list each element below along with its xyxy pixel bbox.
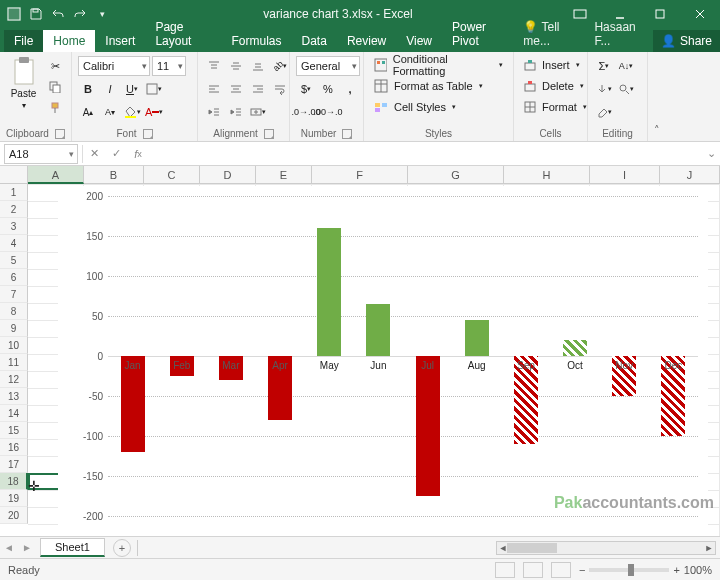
zoom-slider[interactable] (589, 568, 669, 572)
column-header[interactable]: D (200, 166, 256, 184)
row-header[interactable]: 8 (0, 303, 28, 320)
clear-button[interactable]: ▾ (594, 102, 614, 122)
chart-bar[interactable] (563, 340, 587, 356)
format-cells-button[interactable]: Format▾ (520, 98, 591, 116)
format-as-table-button[interactable]: Format as Table▾ (370, 77, 487, 95)
shrink-font-button[interactable]: A▾ (100, 102, 120, 122)
name-box[interactable]: A18 (4, 144, 78, 164)
row-header[interactable]: 7 (0, 286, 28, 303)
find-button[interactable]: ▾ (616, 79, 636, 99)
chart-bar[interactable] (317, 228, 341, 356)
chart-bar[interactable] (366, 304, 390, 356)
redo-icon[interactable] (72, 6, 88, 22)
font-name-select[interactable]: Calibri (78, 56, 150, 76)
zoom-out-button[interactable]: − (579, 564, 585, 576)
cell-styles-button[interactable]: Cell Styles▾ (370, 98, 460, 116)
row-header[interactable]: 10 (0, 337, 28, 354)
sort-filter-button[interactable]: A↓▾ (616, 56, 636, 76)
fill-color-button[interactable]: ▾ (122, 102, 142, 122)
sheet-nav-prev[interactable]: ◄ (0, 539, 18, 557)
tab-review[interactable]: Review (337, 30, 396, 52)
select-all-button[interactable] (0, 166, 28, 184)
tab-formulas[interactable]: Formulas (222, 30, 292, 52)
fx-icon[interactable]: fx (127, 144, 149, 164)
bold-button[interactable]: B (78, 79, 98, 99)
cut-button[interactable]: ✂ (45, 56, 65, 76)
row-header[interactable]: 15 (0, 422, 28, 439)
row-header[interactable]: 12 (0, 371, 28, 388)
tab-page-layout[interactable]: Page Layout (145, 16, 221, 52)
row-header[interactable]: 18 (0, 473, 28, 490)
column-header[interactable]: E (256, 166, 312, 184)
autosum-button[interactable]: Σ▾ (594, 56, 614, 76)
horizontal-scrollbar[interactable]: ◄► (496, 541, 716, 555)
tab-view[interactable]: View (396, 30, 442, 52)
close-button[interactable] (680, 0, 720, 28)
column-header[interactable]: B (84, 166, 144, 184)
normal-view-button[interactable] (495, 562, 515, 578)
increase-indent-button[interactable] (226, 102, 246, 122)
border-button[interactable]: ▾ (144, 79, 164, 99)
font-color-button[interactable]: A▾ (144, 102, 164, 122)
decrease-decimal-button[interactable]: .00→.0 (318, 102, 338, 122)
row-header[interactable]: 11 (0, 354, 28, 371)
row-header[interactable]: 6 (0, 269, 28, 286)
tell-me[interactable]: 💡 Tell me... (515, 16, 586, 52)
copy-button[interactable] (45, 77, 65, 97)
cancel-fx-icon[interactable]: ✕ (83, 144, 105, 164)
row-header[interactable]: 5 (0, 252, 28, 269)
conditional-formatting-button[interactable]: Conditional Formatting▾ (370, 56, 507, 74)
user-name[interactable]: Hasaan F... (586, 16, 653, 52)
qat-more-icon[interactable]: ▾ (94, 6, 110, 22)
align-middle-button[interactable] (226, 56, 246, 76)
grow-font-button[interactable]: A▴ (78, 102, 98, 122)
insert-cells-button[interactable]: Insert▾ (520, 56, 584, 74)
underline-button[interactable]: U▾ (122, 79, 142, 99)
row-header[interactable]: 2 (0, 201, 28, 218)
row-header[interactable]: 1 (0, 184, 28, 201)
column-header[interactable]: G (408, 166, 504, 184)
dialog-launcher-icon[interactable] (143, 129, 153, 139)
sheet-tab[interactable]: Sheet1 (40, 538, 105, 557)
percent-button[interactable]: % (318, 79, 338, 99)
zoom-level[interactable]: 100% (684, 564, 712, 576)
fill-button[interactable]: ▾ (594, 79, 614, 99)
row-header[interactable]: 3 (0, 218, 28, 235)
row-header[interactable]: 19 (0, 490, 28, 507)
row-header[interactable]: 9 (0, 320, 28, 337)
row-header[interactable]: 17 (0, 456, 28, 473)
column-header[interactable]: I (590, 166, 660, 184)
comma-button[interactable]: , (340, 79, 360, 99)
delete-cells-button[interactable]: Delete▾ (520, 77, 588, 95)
column-header[interactable]: A (28, 166, 84, 184)
undo-icon[interactable] (50, 6, 66, 22)
save-icon[interactable] (28, 6, 44, 22)
font-size-select[interactable]: 11 (152, 56, 186, 76)
align-left-button[interactable] (204, 79, 224, 99)
column-header[interactable]: H (504, 166, 590, 184)
tab-file[interactable]: File (4, 30, 43, 52)
tab-power-pivot[interactable]: Power Pivot (442, 16, 515, 52)
decrease-indent-button[interactable] (204, 102, 224, 122)
page-layout-view-button[interactable] (523, 562, 543, 578)
share-button[interactable]: 👤Share (653, 30, 720, 52)
align-top-button[interactable] (204, 56, 224, 76)
tab-data[interactable]: Data (292, 30, 337, 52)
format-painter-button[interactable] (45, 98, 65, 118)
align-right-button[interactable] (248, 79, 268, 99)
enter-fx-icon[interactable]: ✓ (105, 144, 127, 164)
sheet-nav-next[interactable]: ► (18, 539, 36, 557)
number-format-select[interactable]: General (296, 56, 360, 76)
italic-button[interactable]: I (100, 79, 120, 99)
collapse-ribbon-icon[interactable]: ˄ (648, 52, 666, 141)
row-header[interactable]: 4 (0, 235, 28, 252)
tab-insert[interactable]: Insert (95, 30, 145, 52)
dialog-launcher-icon[interactable] (342, 129, 352, 139)
chart-bar[interactable] (416, 356, 440, 496)
page-break-view-button[interactable] (551, 562, 571, 578)
currency-button[interactable]: $▾ (296, 79, 316, 99)
column-header[interactable]: J (660, 166, 720, 184)
column-header[interactable]: F (312, 166, 408, 184)
dialog-launcher-icon[interactable] (55, 129, 65, 139)
column-header[interactable]: C (144, 166, 200, 184)
